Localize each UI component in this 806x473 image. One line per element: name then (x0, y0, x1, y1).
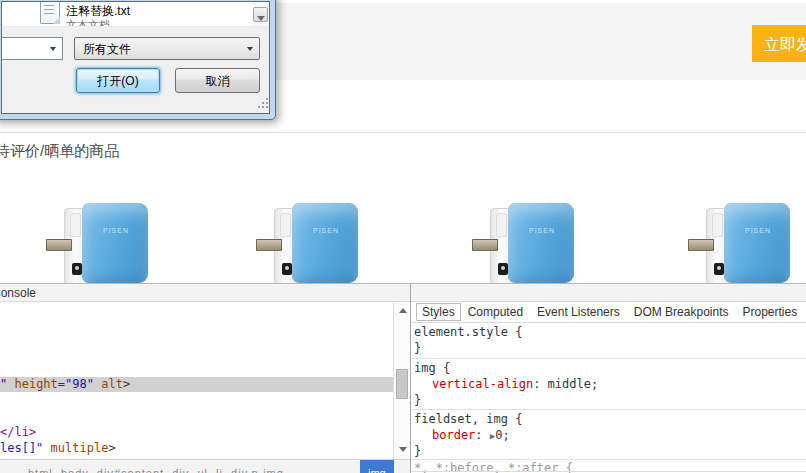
page-title: 待评价/晒单的商品 (0, 142, 119, 161)
product-image[interactable]: PISEN (256, 203, 360, 283)
charger-face (508, 203, 574, 283)
code-line[interactable]: les[]" multiple> (0, 441, 393, 456)
file-list-item[interactable]: 注释替换.txt 文本文档 (36, 2, 236, 27)
filename-combobox[interactable] (1, 37, 63, 60)
devtools-tabbar: Console (0, 284, 806, 302)
charger-slot (280, 213, 291, 237)
charger-face (724, 203, 790, 283)
charger-slot (496, 213, 507, 237)
charger-prong (256, 239, 282, 251)
css-declaration[interactable]: border: ▶0; (414, 427, 806, 443)
triangle-up-icon (399, 308, 407, 313)
devtools-panel: Console " height="98" alt> </li> les[]" … (0, 283, 806, 473)
usb-port (72, 263, 82, 275)
tab-properties[interactable]: Properties (735, 303, 804, 321)
tab-console[interactable]: Console (0, 286, 36, 300)
code-line[interactable]: </li> (0, 425, 393, 440)
elements-scrollbar[interactable] (393, 302, 410, 459)
breadcrumb-path[interactable]: html body div#content div ul li div.p-im… (28, 460, 284, 473)
file-list: 注释替换.txt 文本文档 (2, 2, 269, 27)
charger-face (292, 203, 358, 283)
css-brace: } (414, 340, 806, 356)
elements-panel: " height="98" alt> </li> les[]" multiple… (0, 302, 393, 458)
charger-slot (712, 213, 723, 237)
scroll-down-icon[interactable] (397, 444, 408, 456)
tab-computed[interactable]: Computed (461, 303, 530, 321)
usb-port (498, 263, 508, 275)
dialog-body: 注释替换.txt 文本文档 所有文件 打开(O) 取消 (1, 1, 270, 114)
code-line-selected[interactable]: " height="98" alt> (0, 377, 393, 392)
css-rule-fieldset-img[interactable]: fieldset, img { border: ▶0; } (411, 410, 806, 460)
publish-now-button[interactable]: 立即发表 (752, 25, 806, 62)
filetype-value: 所有文件 (83, 41, 131, 58)
css-declaration[interactable]: vertical-align: middle; (414, 376, 806, 392)
file-open-dialog: 注释替换.txt 文本文档 所有文件 打开(O) 取消 (0, 0, 276, 120)
cancel-button[interactable]: 取消 (175, 68, 260, 93)
filetype-combobox[interactable]: 所有文件 (74, 37, 260, 60)
tab-styles[interactable]: Styles (416, 303, 461, 321)
product-image[interactable]: PISEN (46, 203, 150, 283)
css-brace: } (414, 443, 806, 459)
breadcrumb-active[interactable]: img (360, 460, 394, 473)
breadcrumb: html body div#content div ul li div.p-im… (0, 459, 410, 473)
charger-slot (70, 213, 81, 237)
usb-port (714, 263, 724, 275)
tab-event-listeners[interactable]: Event Listeners (530, 303, 627, 321)
resize-grip-icon[interactable] (258, 98, 270, 110)
triangle-down-icon (399, 447, 407, 452)
sidebar-tabbar: Styles Computed Event Listeners DOM Brea… (411, 302, 806, 323)
charger-prong (688, 239, 714, 251)
charger-prong (472, 239, 498, 251)
css-selector: img { (414, 360, 806, 376)
brand-label: PISEN (745, 227, 771, 234)
css-selector: fieldset, img { (414, 411, 806, 427)
brand-label: PISEN (313, 227, 339, 234)
css-rule-img[interactable]: img { vertical-align: middle; } (411, 359, 806, 410)
styles-sidebar: Styles Computed Event Listeners DOM Brea… (411, 302, 806, 473)
chevron-down-icon (50, 47, 56, 51)
product-image[interactable]: PISEN (472, 203, 576, 283)
css-rule-element-style[interactable]: element.style { } (411, 323, 806, 359)
chevron-down-icon (247, 47, 253, 51)
brand-label: PISEN (103, 227, 129, 234)
section-divider (0, 132, 806, 133)
css-selector: element.style { (414, 324, 806, 340)
scrollbar-thumb[interactable] (396, 369, 408, 399)
scroll-up-icon[interactable] (397, 305, 408, 317)
triangle-down-icon (257, 16, 265, 21)
file-type-label: 文本文档 (66, 18, 110, 27)
scroll-down-icon[interactable] (253, 7, 268, 22)
open-button[interactable]: 打开(O) (76, 68, 160, 93)
text-file-icon (40, 2, 60, 24)
product-image[interactable]: PISEN (688, 203, 792, 283)
css-brace: } (414, 392, 806, 408)
charger-face (82, 203, 148, 283)
tab-dom-breakpoints[interactable]: DOM Breakpoints (627, 303, 736, 321)
charger-prong (46, 239, 72, 251)
brand-label: PISEN (529, 227, 555, 234)
usb-port (282, 263, 292, 275)
file-list-scrollbar[interactable] (253, 2, 269, 26)
